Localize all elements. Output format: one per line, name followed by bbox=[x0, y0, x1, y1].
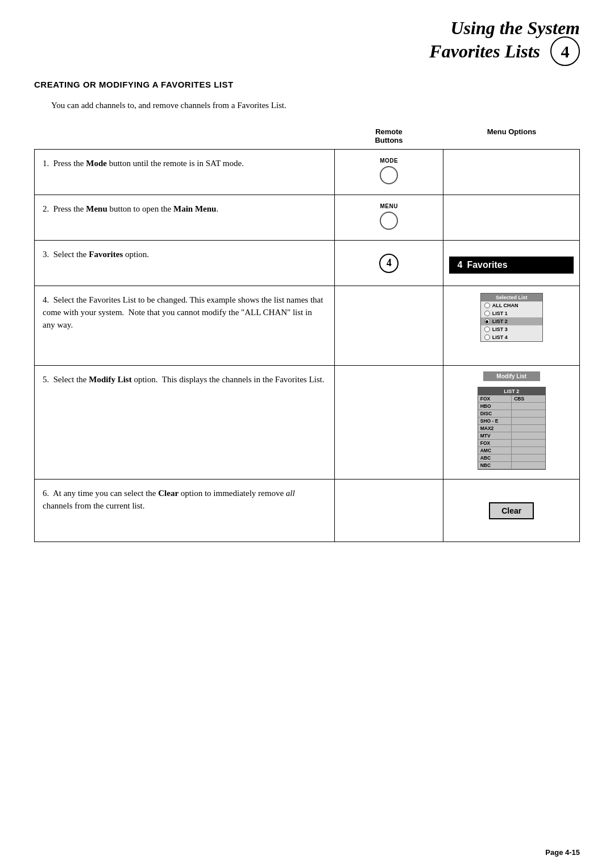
menu-button[interactable] bbox=[380, 212, 398, 230]
step-menu-6: Clear bbox=[443, 480, 579, 542]
step-remote-4 bbox=[334, 286, 443, 365]
channel-row-5: MAX2 bbox=[478, 425, 545, 432]
channel-cell-fox2[interactable]: FOX bbox=[478, 440, 512, 447]
channel-cell-shoe[interactable]: SHO - E bbox=[478, 418, 512, 425]
channel-cell-empty-3 bbox=[512, 418, 545, 425]
channel-cell-mtv[interactable]: MTV bbox=[478, 432, 512, 440]
channel-row-10: NBC bbox=[478, 462, 545, 469]
step-row-5: 5. Select the Modify List option. This d… bbox=[35, 365, 579, 479]
step-menu-5: Modify List LIST 2 FOX CBS HBO DISC bbox=[443, 366, 579, 479]
channel-cell-empty-4 bbox=[512, 425, 545, 432]
step-row-6: 6. At any time you can select the Clear … bbox=[35, 479, 579, 542]
channel-cell-disc[interactable]: DISC bbox=[478, 410, 512, 418]
channel-row-3: DISC bbox=[478, 410, 545, 418]
channel-cell-empty-5 bbox=[512, 432, 545, 440]
channel-list-panel: LIST 2 FOX CBS HBO DISC SHO - E bbox=[478, 387, 546, 470]
selected-list-header: Selected List bbox=[481, 294, 542, 301]
channel-cell-empty-8 bbox=[512, 454, 545, 462]
step-remote-6 bbox=[334, 480, 443, 542]
table-header-row: RemoteButtons Menu Options bbox=[34, 125, 580, 149]
channel-row-6: MTV bbox=[478, 432, 545, 440]
menu-label: MENU bbox=[380, 203, 397, 209]
radio-list1[interactable] bbox=[484, 311, 490, 316]
step-remote-1: MODE bbox=[334, 150, 443, 195]
channel-row-4: SHO - E bbox=[478, 418, 545, 425]
chapter-title: Using the System Favorites Lists 4 bbox=[429, 17, 580, 68]
channel-cell-empty-1 bbox=[512, 403, 545, 410]
steps-table: 1. Press the Mode button until the remot… bbox=[34, 149, 580, 542]
radio-all-chan[interactable] bbox=[484, 303, 490, 308]
step-text-2: 2. Press the Menu button to open the Mai… bbox=[35, 195, 334, 240]
section-title: Creating or Modifying a Favorites List bbox=[34, 80, 580, 89]
page-footer: Page 4-15 bbox=[545, 848, 580, 857]
title-line2: Favorites Lists bbox=[429, 42, 540, 62]
channel-cell-max2[interactable]: MAX2 bbox=[478, 425, 512, 432]
step-row-1: 1. Press the Mode button until the remot… bbox=[35, 149, 579, 195]
mode-label: MODE bbox=[380, 158, 398, 164]
col-header-steps bbox=[34, 127, 334, 144]
channel-row-7: FOX bbox=[478, 440, 545, 447]
favorites-num-label: 4 bbox=[457, 260, 462, 270]
list-option-list1[interactable]: LIST 1 bbox=[481, 309, 542, 317]
channel-panel-header: LIST 2 bbox=[478, 387, 545, 395]
chapter-number: 4 bbox=[550, 36, 580, 66]
step-remote-3: 4 bbox=[334, 241, 443, 286]
step-text-3: 3. Select the Favorites option. bbox=[35, 241, 334, 286]
step-text-1: 1. Press the Mode button until the remot… bbox=[35, 150, 334, 195]
number-4-circle[interactable]: 4 bbox=[379, 254, 399, 273]
channel-row-8: AMC bbox=[478, 447, 545, 454]
radio-list2[interactable] bbox=[484, 319, 490, 324]
channel-cell-hbo[interactable]: HBO bbox=[478, 403, 512, 410]
channel-row-2: HBO bbox=[478, 403, 545, 410]
channel-cell-empty-9 bbox=[512, 462, 545, 469]
step-menu-1 bbox=[443, 150, 579, 195]
page-header: Using the System Favorites Lists 4 bbox=[0, 0, 614, 74]
channel-row-9: ABC bbox=[478, 454, 545, 462]
channel-row-1: FOX CBS bbox=[478, 395, 545, 403]
step-menu-2 bbox=[443, 195, 579, 240]
radio-list2-inner bbox=[486, 320, 488, 323]
radio-list3[interactable] bbox=[484, 326, 490, 332]
list-option-list4[interactable]: LIST 4 bbox=[481, 333, 542, 341]
col-header-remote: RemoteButtons bbox=[334, 127, 443, 144]
channel-cell-amc[interactable]: AMC bbox=[478, 447, 512, 454]
list-option-all-chan[interactable]: ALL CHAN bbox=[481, 301, 542, 309]
step-remote-5 bbox=[334, 366, 443, 479]
channel-cell-empty-7 bbox=[512, 447, 545, 454]
step-row-4: 4. Select the Favorites List to be chang… bbox=[35, 286, 579, 365]
channel-cell-nbc[interactable]: NBC bbox=[478, 462, 512, 469]
channel-cell-fox[interactable]: FOX bbox=[478, 395, 512, 403]
intro-paragraph: You can add channels to, and remove chan… bbox=[34, 101, 580, 110]
step-remote-2: MENU bbox=[334, 195, 443, 240]
list-option-list2[interactable]: LIST 2 bbox=[481, 317, 542, 325]
favorites-text-label: Favorites bbox=[467, 260, 507, 270]
step-text-5: 5. Select the Modify List option. This d… bbox=[35, 366, 334, 479]
page-number: Page 4-15 bbox=[545, 848, 580, 857]
step-text-4: 4. Select the Favorites List to be chang… bbox=[35, 286, 334, 365]
list-option-list3[interactable]: LIST 3 bbox=[481, 325, 542, 333]
step-row-2: 2. Press the Menu button to open the Mai… bbox=[35, 195, 579, 240]
col-header-menu: Menu Options bbox=[443, 127, 580, 144]
favorites-menu-option[interactable]: 4 Favorites bbox=[449, 257, 574, 274]
clear-button[interactable]: Clear bbox=[489, 502, 534, 519]
step-menu-4: Selected List ALL CHAN LIST 1 LIST 2 bbox=[443, 286, 579, 365]
title-line1: Using the System bbox=[450, 18, 580, 38]
step-row-3: 3. Select the Favorites option. 4 4 Favo… bbox=[35, 240, 579, 286]
step-text-6: 6. At any time you can select the Clear … bbox=[35, 480, 334, 542]
modify-list-button[interactable]: Modify List bbox=[483, 371, 540, 381]
radio-list4[interactable] bbox=[484, 334, 490, 340]
main-content: Creating or Modifying a Favorites List Y… bbox=[0, 74, 614, 565]
channel-cell-cbs[interactable]: CBS bbox=[512, 395, 545, 403]
channel-cell-empty-2 bbox=[512, 410, 545, 418]
selected-list-panel: Selected List ALL CHAN LIST 1 LIST 2 bbox=[480, 293, 543, 342]
channel-cell-abc[interactable]: ABC bbox=[478, 454, 512, 462]
mode-button[interactable] bbox=[380, 166, 398, 184]
step-menu-3[interactable]: 4 Favorites bbox=[443, 241, 579, 286]
channel-cell-empty-6 bbox=[512, 440, 545, 447]
